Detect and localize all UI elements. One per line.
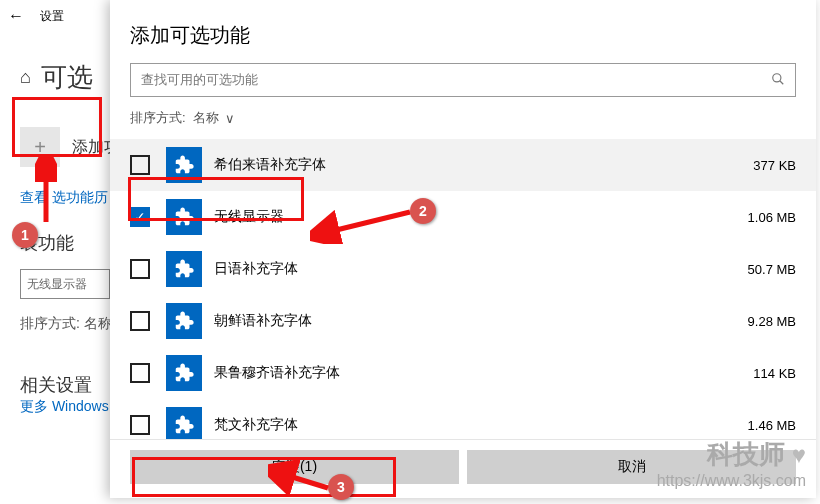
- checkbox[interactable]: [130, 259, 150, 279]
- puzzle-icon: [166, 199, 202, 235]
- checkbox[interactable]: [130, 363, 150, 383]
- bg-sort-value[interactable]: 名称: [84, 315, 112, 331]
- puzzle-icon: [166, 355, 202, 391]
- feature-name: 朝鲜语补充字体: [214, 312, 312, 330]
- add-feature-dialog: 添加可选功能 查找可用的可选功能 排序方式: 名称 ∨ 希伯来语补充字体377 …: [110, 0, 816, 498]
- feature-size: 50.7 MB: [748, 262, 796, 277]
- checkbox[interactable]: [130, 155, 150, 175]
- puzzle-icon: [166, 147, 202, 183]
- window-title: 设置: [40, 8, 64, 25]
- feature-row[interactable]: ✓无线显示器1.06 MB: [110, 191, 816, 243]
- feature-row[interactable]: 希伯来语补充字体377 KB: [110, 139, 816, 191]
- svg-point-0: [773, 73, 781, 81]
- feature-row[interactable]: 梵文补充字体1.46 MB: [110, 399, 816, 439]
- feature-size: 1.46 MB: [748, 418, 796, 433]
- annotation-badge-3: 3: [328, 474, 354, 500]
- feature-name: 日语补充字体: [214, 260, 298, 278]
- feature-row[interactable]: 果鲁穆齐语补充字体114 KB: [110, 347, 816, 399]
- puzzle-icon: [166, 251, 202, 287]
- checkbox[interactable]: ✓: [130, 207, 150, 227]
- feature-size: 114 KB: [753, 366, 796, 381]
- watermark: 科技师 ♥ https://www.3kjs.com: [657, 437, 806, 490]
- home-icon: ⌂: [20, 67, 31, 88]
- annotation-badge-2: 2: [410, 198, 436, 224]
- chevron-down-icon: ∨: [221, 111, 235, 126]
- dialog-title: 添加可选功能: [110, 0, 816, 63]
- checkbox[interactable]: [130, 311, 150, 331]
- feature-name: 希伯来语补充字体: [214, 156, 326, 174]
- dialog-sort-value[interactable]: 名称: [193, 109, 219, 127]
- feature-name: 无线显示器: [214, 208, 284, 226]
- annotation-badge-1: 1: [12, 222, 38, 248]
- plus-icon: +: [20, 127, 60, 167]
- puzzle-icon: [166, 303, 202, 339]
- dialog-search-input[interactable]: 查找可用的可选功能: [130, 63, 796, 97]
- bg-sort-label: 排序方式:: [20, 315, 80, 331]
- feature-name: 梵文补充字体: [214, 416, 298, 434]
- feature-size: 9.28 MB: [748, 314, 796, 329]
- feature-row[interactable]: 日语补充字体50.7 MB: [110, 243, 816, 295]
- install-button[interactable]: 安装(1): [130, 450, 459, 484]
- feature-row[interactable]: 朝鲜语补充字体9.28 MB: [110, 295, 816, 347]
- bg-search-input[interactable]: 无线显示器: [20, 269, 110, 299]
- svg-line-1: [780, 80, 784, 84]
- dialog-sort-label: 排序方式:: [130, 109, 186, 127]
- heart-icon: ♥: [792, 441, 806, 468]
- checkbox[interactable]: [130, 415, 150, 435]
- feature-size: 377 KB: [753, 158, 796, 173]
- page-heading: 可选: [41, 60, 93, 95]
- back-button[interactable]: ←: [0, 7, 32, 25]
- puzzle-icon: [166, 407, 202, 439]
- feature-size: 1.06 MB: [748, 210, 796, 225]
- feature-name: 果鲁穆齐语补充字体: [214, 364, 340, 382]
- search-icon: [771, 72, 785, 89]
